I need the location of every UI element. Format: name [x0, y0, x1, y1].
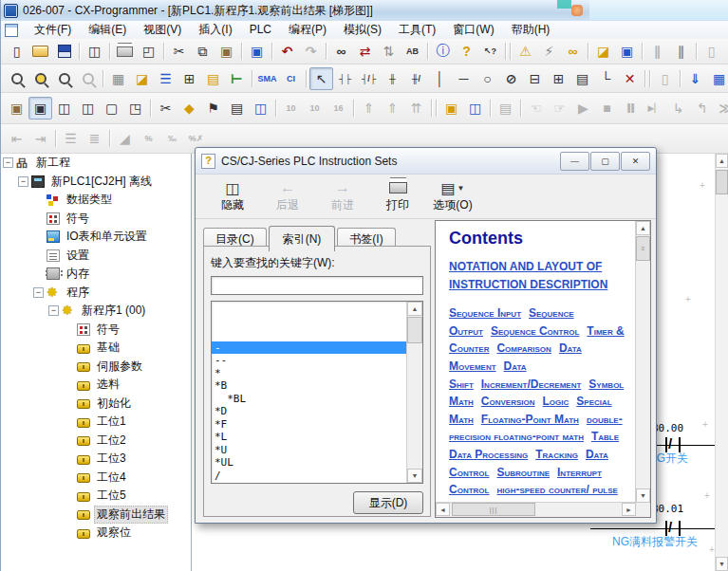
watch-warning-icon[interactable]: ⚠: [513, 40, 537, 63]
content-vertical-scrollbar[interactable]: ▲ ≡ ▼: [635, 221, 650, 503]
contents-link[interactable]: Subroutine: [496, 466, 550, 479]
scroll-down-icon[interactable]: ▼: [716, 557, 728, 571]
tree-item-symbols[interactable]: 符号: [1, 210, 191, 229]
index-list-item[interactable]: /: [212, 470, 407, 483]
force-cancel-icon[interactable]: ⇈: [404, 97, 428, 120]
contents-link[interactable]: Tracking: [535, 448, 578, 461]
replace-icon[interactable]: ⇄: [353, 40, 377, 63]
scroll-right-icon[interactable]: ►: [622, 503, 636, 516]
instruction-box2-icon[interactable]: ⊞: [547, 67, 570, 90]
cut-icon[interactable]: ✂: [167, 40, 191, 63]
coil-nc-icon[interactable]: ⊘: [499, 67, 523, 90]
menu-item[interactable]: 视图(V): [135, 21, 190, 38]
force-on-icon[interactable]: ⇑: [357, 97, 381, 120]
content-horizontal-scrollbar[interactable]: ◄ ||| ►: [436, 502, 636, 517]
paste-icon[interactable]: ▣: [215, 40, 238, 63]
contact-no-icon[interactable]: ┤├: [333, 67, 357, 90]
delete-line-icon[interactable]: ✕: [618, 67, 642, 90]
ladder-vertical-scrollbar[interactable]: ▲ ▼: [715, 154, 728, 571]
tree-item-section-station4[interactable]: 工位4: [1, 469, 191, 488]
scroll-up-icon[interactable]: ▲: [407, 302, 422, 316]
zoom-in-icon[interactable]: [5, 67, 28, 90]
step-in-icon[interactable]: ↳: [666, 97, 690, 120]
tree-item-settings[interactable]: 设置: [1, 247, 191, 266]
contact-or-nc-icon[interactable]: ╫/: [404, 67, 428, 90]
window-properties-icon[interactable]: ◳: [123, 97, 147, 120]
io-comment-icon[interactable]: ▯: [653, 67, 677, 90]
index-list-item[interactable]: *L: [212, 431, 407, 444]
zoom-out-icon[interactable]: [76, 67, 100, 90]
scroll-down-icon[interactable]: ▼: [636, 488, 650, 503]
memory-window-icon[interactable]: ◫: [249, 97, 272, 120]
contact-or-icon[interactable]: ╫: [381, 67, 404, 90]
tree-item-section-station2[interactable]: 工位2: [1, 432, 191, 451]
watch-flag-icon[interactable]: ⚑: [201, 97, 225, 120]
monitor-window-icon[interactable]: ⊞: [177, 67, 201, 90]
transfer-download-icon[interactable]: ⇓: [683, 67, 707, 90]
vertical-line-icon[interactable]: │: [428, 67, 452, 90]
find-all-icon[interactable]: ⇅: [377, 40, 401, 63]
differential-icon[interactable]: ◢: [113, 127, 137, 150]
options-button[interactable]: ▤▼ 选项(O): [425, 175, 480, 217]
pause-simulation-icon[interactable]: Ⅱ: [619, 97, 643, 120]
collapse-icon[interactable]: −: [18, 176, 28, 187]
tree-item-section-base[interactable]: 基础: [1, 339, 191, 358]
scrollbar-thumb[interactable]: |||: [452, 503, 535, 516]
function-block-icon[interactable]: ▤: [570, 67, 594, 90]
stop-icon[interactable]: ■: [595, 97, 619, 120]
force-off-icon[interactable]: ⇑: [381, 97, 404, 120]
collapse-icon[interactable]: −: [48, 305, 59, 316]
back-button[interactable]: ← 后退: [260, 175, 315, 217]
print-preview-icon[interactable]: ◰: [137, 40, 160, 63]
menu-item[interactable]: 帮助(H): [503, 21, 559, 38]
index-list-item[interactable]: /B: [212, 482, 407, 484]
collapse-icon[interactable]: −: [33, 287, 44, 298]
force-warning-icon[interactable]: ⚡: [537, 40, 561, 63]
index-list-item[interactable]: *F: [212, 418, 407, 432]
symbol-table-icon[interactable]: SMA: [255, 67, 279, 90]
menu-item[interactable]: 模拟(S): [335, 21, 390, 38]
contact-nc-icon[interactable]: ┤/├: [357, 67, 381, 90]
coil-icon[interactable]: ○: [476, 67, 499, 90]
monitor-mode-icon[interactable]: ◫: [463, 97, 487, 120]
cross-reference-icon[interactable]: ✂: [154, 97, 177, 120]
rung-list-icon[interactable]: ▤: [201, 67, 225, 90]
display-button[interactable]: 显示(D): [353, 491, 423, 514]
tree-item-section-pick[interactable]: 选料: [1, 376, 191, 395]
transfer-program-icon[interactable]: ▤: [494, 97, 517, 120]
contents-link[interactable]: Logic: [543, 395, 569, 408]
scrollbar-thumb[interactable]: ≡: [636, 236, 650, 261]
contents-link[interactable]: Conversion: [481, 395, 535, 408]
step-run-icon[interactable]: ▶▏: [643, 97, 666, 120]
resume-monitor-icon[interactable]: ☞: [548, 97, 571, 120]
work-online-icon[interactable]: ▣: [439, 97, 463, 120]
tree-item-program-symbols[interactable]: 符号: [1, 321, 191, 340]
index-list-item[interactable]: *U: [212, 444, 407, 457]
maximize-button[interactable]: ▢: [590, 152, 620, 171]
tree-item-data-types[interactable]: 数据类型: [1, 191, 191, 210]
contents-link[interactable]: Sequence Control: [491, 324, 579, 338]
change-address-icon[interactable]: AB: [401, 40, 424, 63]
tree-item-io-table[interactable]: IO表和单元设置: [1, 228, 191, 247]
menu-item[interactable]: 编程(P): [280, 21, 335, 38]
monitor-warning-icon[interactable]: ▣: [615, 40, 639, 63]
print-icon[interactable]: [113, 40, 137, 63]
rung-comment-icon[interactable]: ☰: [154, 67, 177, 90]
new-file-icon[interactable]: ▯: [5, 40, 28, 63]
scroll-left-icon[interactable]: ◄: [436, 503, 450, 516]
usage-detail-icon[interactable]: ‰: [160, 127, 184, 150]
tree-item-section-servo[interactable]: 伺服参数: [1, 358, 191, 377]
hide-button[interactable]: ◫ 隐藏: [205, 175, 260, 217]
zoom-icon[interactable]: [52, 67, 76, 90]
rung-eraser-icon[interactable]: ◪: [130, 67, 154, 90]
menu-item[interactable]: 工具(T): [390, 21, 444, 38]
index-list-item[interactable]: --: [212, 354, 407, 367]
index-list-item[interactable]: -: [212, 341, 407, 355]
menu-item[interactable]: 窗口(W): [444, 21, 502, 38]
window-find-icon[interactable]: ◫: [76, 97, 100, 120]
contents-link[interactable]: Increment/Decrement: [481, 378, 582, 391]
open-file-icon[interactable]: [28, 40, 52, 63]
copy-icon[interactable]: ⧉: [191, 40, 215, 63]
horizontal-line-icon[interactable]: ─: [452, 67, 476, 90]
index-list-item[interactable]: *B: [212, 379, 407, 393]
